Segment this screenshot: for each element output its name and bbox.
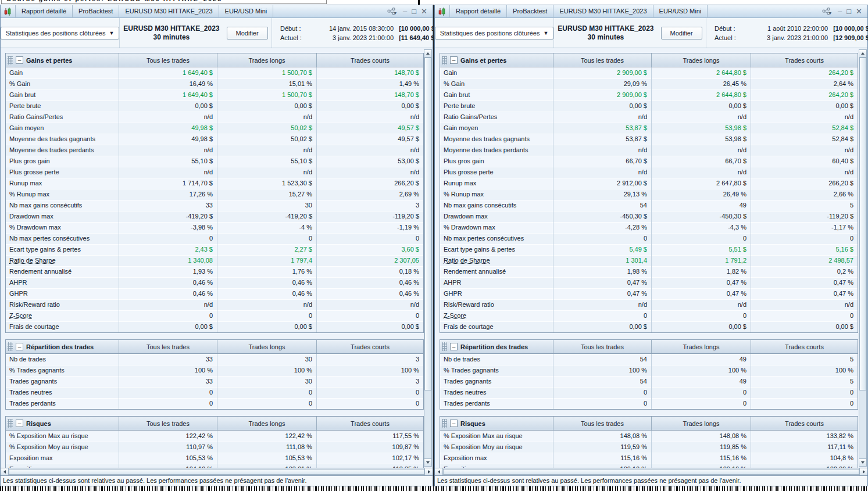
stat-label[interactable]: Z-Score: [440, 310, 553, 321]
stat-row: Plus grosse perten/dn/dn/d: [6, 167, 423, 178]
stat-row: Ecart type gains & pertes2,43 $2,27 $3,6…: [6, 244, 423, 255]
stat-value: n/d: [651, 167, 751, 178]
collapse-section-button[interactable]: –: [450, 343, 458, 350]
vertical-scrollbar-thumb[interactable]: [859, 58, 866, 390]
tab-rapport-detaille[interactable]: Rapport détaillé: [449, 5, 507, 18]
stat-value: n/d: [553, 167, 651, 178]
stat-value: 1,49 %: [316, 78, 423, 89]
vertical-scrollbar-thumb[interactable]: [424, 58, 431, 390]
scroll-down-button[interactable]: [859, 458, 866, 466]
stat-value: n/d: [553, 145, 651, 156]
scroll-right-button[interactable]: [424, 468, 433, 475]
scroll-up-button[interactable]: [859, 50, 866, 58]
stat-value: 0,47 %: [751, 288, 858, 299]
stat-value: 30: [217, 200, 316, 211]
stat-value: 2 912,00 $: [553, 178, 651, 189]
stat-value: 0,00 $: [119, 101, 217, 112]
stat-label[interactable]: Z-Score: [6, 310, 119, 321]
stat-value: 104,16 %: [119, 464, 217, 468]
scroll-right-button[interactable]: [859, 468, 867, 475]
scroll-left-button[interactable]: [1, 468, 9, 475]
disclaimer-bar: Les statistiques ci-dessus sont relative…: [1, 476, 433, 486]
stat-value: 0: [316, 310, 423, 321]
collapse-section-button[interactable]: –: [450, 420, 458, 427]
stat-row: Z-Score000: [6, 310, 423, 321]
close-icon[interactable]: ✕: [421, 6, 427, 17]
stat-value: 0,00 $: [217, 101, 316, 112]
minimize-icon[interactable]: –: [838, 6, 842, 17]
stat-value: 0,46 %: [217, 288, 316, 299]
tab-instrument[interactable]: EURUSD M30 HITTAKE_2023: [119, 5, 219, 18]
horizontal-scrollbar[interactable]: [435, 468, 867, 476]
tab-rapport-detaille[interactable]: Rapport détaillé: [15, 5, 73, 18]
maximize-icon[interactable]: □: [846, 6, 851, 17]
close-icon[interactable]: ✕: [856, 6, 862, 17]
maximize-icon[interactable]: □: [412, 6, 416, 17]
stat-label: Trades neutres: [440, 387, 553, 398]
positions-stats-dropdown[interactable]: Statistiques des positions clôturées ▼: [435, 27, 554, 40]
section-title-cell: –Risques: [6, 417, 119, 430]
stat-value: 5,49 $: [553, 244, 651, 255]
stat-value: -450,30 $: [553, 211, 651, 222]
stat-value: -419,20 $: [119, 211, 217, 222]
background-window-tab[interactable]: Courbe gains et pertes: EURUSD M30 HITTA…: [1, 0, 327, 4]
stat-value: 0: [217, 398, 316, 409]
stat-label[interactable]: Ratio de Sharpe: [440, 255, 553, 266]
tab-market[interactable]: EUR/USD Mini: [219, 5, 274, 18]
stat-label: % Drawdown max: [6, 222, 119, 233]
drag-grip-icon[interactable]: [8, 419, 13, 428]
stat-value: 0,47 %: [553, 277, 651, 288]
stat-value: -4,28 %: [553, 222, 651, 233]
drag-grip-icon[interactable]: [442, 419, 447, 428]
stat-label[interactable]: Ratio de Sharpe: [6, 255, 119, 266]
stat-value: 29,13 %: [553, 189, 651, 200]
vertical-scrollbar[interactable]: [859, 49, 867, 467]
scroll-left-button[interactable]: [435, 468, 443, 475]
stat-label: Plus grosse perte: [6, 167, 119, 178]
horizontal-scrollbar-thumb[interactable]: [9, 469, 424, 475]
modify-button[interactable]: Modifier: [661, 27, 702, 40]
current-label: Actuel :: [715, 33, 741, 42]
share-icon[interactable]: ▾: [822, 8, 833, 15]
column-header: Trades longs: [651, 53, 751, 67]
stat-value: 115,16 %: [651, 453, 751, 464]
stat-value: 0,00 $: [553, 321, 651, 332]
horizontal-scrollbar[interactable]: [1, 468, 433, 476]
stat-value: 3: [316, 200, 423, 211]
tab-probacktest[interactable]: ProBacktest: [507, 5, 553, 18]
drag-grip-icon[interactable]: [8, 342, 13, 351]
scroll-down-button[interactable]: [424, 458, 431, 466]
stat-value: 0: [651, 233, 751, 244]
stat-value: 1,93 %: [119, 266, 217, 277]
stat-row: Moyenne des trades gagnants49,98 $50,02 …: [6, 134, 423, 145]
stat-row: Moyenne des trades perdantsn/dn/dn/d: [6, 145, 423, 156]
backtest-title-line2: 30 minutes: [123, 33, 219, 42]
stat-value: -4 %: [217, 222, 316, 233]
collapse-section-button[interactable]: –: [16, 420, 23, 427]
tab-probacktest[interactable]: ProBacktest: [73, 5, 119, 18]
modify-button[interactable]: Modifier: [227, 27, 268, 40]
collapse-section-button[interactable]: –: [450, 56, 458, 64]
stat-row: Moyenne des trades gagnants53,87 $53,98 …: [440, 134, 858, 145]
column-header: Trades courts: [316, 53, 423, 67]
share-icon[interactable]: ▾: [387, 8, 398, 15]
positions-stats-dropdown[interactable]: Statistiques des positions clôturées ▼: [1, 27, 120, 40]
scroll-up-button[interactable]: [424, 50, 431, 58]
section-title: Répartition des trades: [26, 343, 94, 350]
tab-instrument[interactable]: EURUSD M30 HITTAKE_2023: [553, 5, 653, 18]
horizontal-scrollbar-thumb[interactable]: [443, 469, 859, 475]
collapse-section-button[interactable]: –: [16, 343, 23, 350]
stat-value: -4,3 %: [651, 222, 751, 233]
column-header: Tous les trades: [119, 53, 217, 67]
stat-value: 0: [316, 387, 423, 398]
drag-grip-icon[interactable]: [442, 56, 447, 64]
tab-market[interactable]: EUR/USD Mini: [653, 5, 708, 18]
vertical-scrollbar[interactable]: [424, 49, 432, 467]
drag-grip-icon[interactable]: [442, 342, 447, 351]
stat-label: Trades perdants: [440, 398, 553, 409]
stat-value: 15,27 %: [217, 189, 316, 200]
stat-value: 1 649,40 $: [119, 67, 217, 78]
collapse-section-button[interactable]: –: [16, 56, 23, 64]
drag-grip-icon[interactable]: [8, 56, 13, 64]
minimize-icon[interactable]: –: [403, 6, 407, 17]
